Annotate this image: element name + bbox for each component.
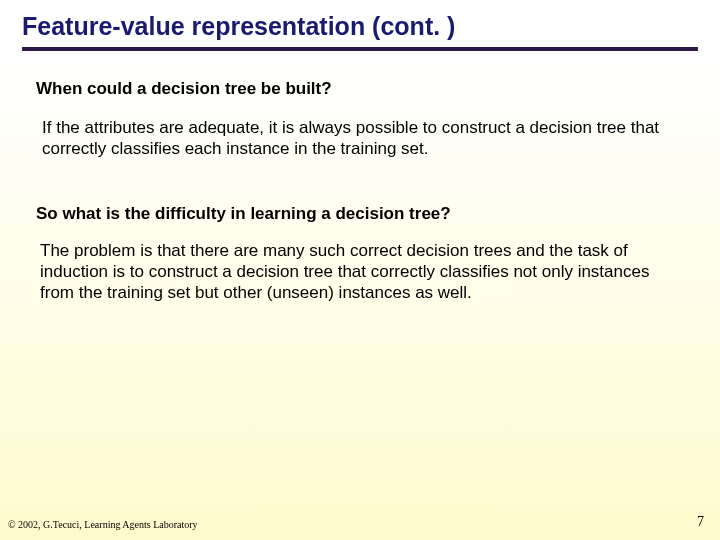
page-number: 7	[697, 514, 704, 530]
question-1: When could a decision tree be built?	[36, 79, 698, 99]
question-2: So what is the difficulty in learning a …	[36, 204, 698, 224]
slide-container: Feature-value representation (cont. ) Wh…	[0, 0, 720, 540]
footer-copyright: © 2002, G.Tecuci, Learning Agents Labora…	[8, 519, 198, 530]
title-underline	[22, 47, 698, 51]
answer-2: The problem is that there are many such …	[40, 240, 688, 304]
answer-1: If the attributes are adequate, it is al…	[42, 117, 688, 160]
slide-title: Feature-value representation (cont. )	[22, 12, 698, 47]
